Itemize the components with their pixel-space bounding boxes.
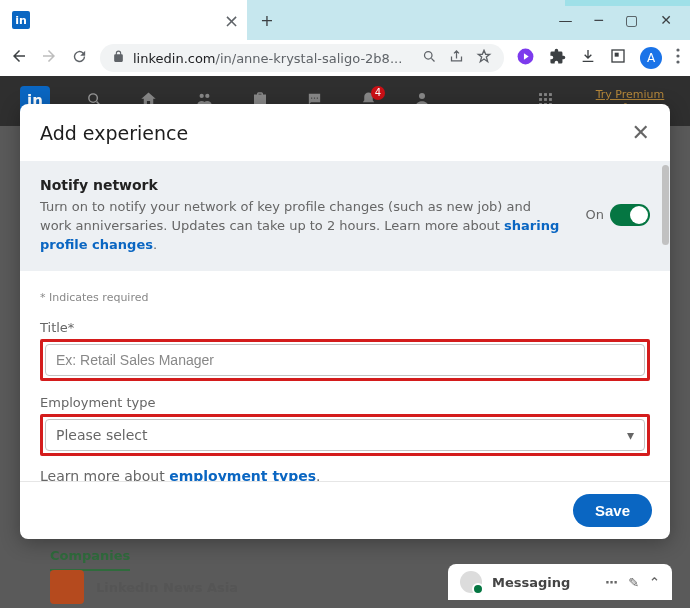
window-close-icon[interactable]: ✕ (660, 12, 672, 28)
toggle-label: On (586, 207, 604, 222)
employment-type-label: Employment type (40, 395, 650, 410)
new-tab-button[interactable]: + (247, 11, 287, 30)
lock-icon (112, 50, 125, 66)
svg-point-0 (425, 52, 433, 60)
svg-point-6 (676, 54, 679, 57)
svg-line-1 (431, 58, 434, 61)
modal-scrollbar[interactable] (660, 161, 670, 421)
profile-avatar-icon[interactable]: A (640, 47, 662, 69)
chevron-down-icon: ▾ (627, 427, 634, 443)
chevron-up-icon[interactable]: ⌃ (649, 575, 660, 590)
close-icon[interactable]: ✕ (632, 120, 650, 145)
forward-icon (40, 47, 58, 69)
browser-toolbar: linkedin.com/in/anne-krystal-saligo-2b8.… (0, 40, 690, 76)
svg-rect-16 (539, 93, 542, 96)
employment-type-placeholder: Please select (56, 427, 147, 443)
svg-rect-20 (544, 98, 547, 101)
notify-body: Turn on to notify your network of key pr… (40, 199, 559, 252)
news-title: LinkedIn News Asia (96, 580, 238, 595)
bookmark-star-icon[interactable] (476, 49, 492, 68)
tab-view-icon[interactable] (610, 48, 626, 68)
tab-close-icon[interactable]: × (224, 10, 239, 31)
window-titlebar: in × + — ─ ▢ ✕ (0, 0, 690, 40)
address-bar[interactable]: linkedin.com/in/anne-krystal-saligo-2b8.… (100, 44, 504, 72)
linkedin-favicon: in (12, 11, 30, 29)
employment-type-select[interactable]: Please select ▾ (45, 419, 645, 451)
svg-rect-19 (539, 98, 542, 101)
svg-point-11 (205, 93, 209, 97)
svg-point-14 (317, 97, 318, 98)
ellipsis-icon[interactable]: ⋯ (605, 575, 618, 590)
employment-types-link[interactable]: employment types (169, 468, 316, 481)
extension-play-icon[interactable] (516, 47, 535, 70)
maximize-icon[interactable]: ▢ (625, 12, 638, 28)
messaging-bar[interactable]: Messaging ⋯ ✎ ⌃ (448, 564, 672, 600)
svg-point-15 (419, 93, 425, 99)
svg-point-10 (200, 93, 204, 97)
modal-title: Add experience (40, 122, 188, 144)
svg-point-8 (89, 93, 98, 102)
downloads-icon[interactable] (580, 48, 596, 68)
kebab-menu-icon[interactable] (676, 48, 680, 68)
svg-point-5 (676, 48, 679, 51)
svg-point-13 (314, 97, 315, 98)
minimize-icon[interactable]: ─ (595, 12, 603, 28)
extensions-puzzle-icon[interactable] (549, 48, 566, 69)
svg-point-12 (311, 97, 312, 98)
title-input[interactable] (45, 344, 645, 376)
save-button[interactable]: Save (573, 494, 652, 527)
notify-toggle[interactable] (610, 204, 650, 226)
extra-dash-icon: — (559, 12, 573, 28)
notify-network-box: Notify network Turn on to notify your ne… (20, 161, 670, 271)
learn-more-text: Learn more about employment types. (40, 468, 650, 481)
news-logo-icon (50, 570, 84, 604)
svg-rect-21 (549, 98, 552, 101)
browser-tab[interactable]: in × (0, 0, 247, 40)
svg-rect-4 (615, 53, 619, 57)
reload-icon[interactable] (70, 48, 88, 69)
svg-rect-17 (544, 93, 547, 96)
add-experience-modal: Add experience ✕ Notify network Turn on … (20, 104, 670, 539)
title-highlight (40, 339, 650, 381)
notif-badge: 4 (371, 86, 385, 100)
news-row[interactable]: LinkedIn News Asia (50, 570, 238, 604)
messaging-label: Messaging (492, 575, 570, 590)
svg-rect-18 (549, 93, 552, 96)
background-content: Companies LinkedIn News Asia Messaging ⋯… (0, 528, 690, 608)
back-icon[interactable] (10, 47, 28, 69)
compose-icon[interactable]: ✎ (628, 575, 639, 590)
share-icon[interactable] (449, 49, 464, 67)
scrollbar-thumb[interactable] (662, 165, 669, 245)
messaging-avatar-icon (460, 571, 482, 593)
notify-heading: Notify network (40, 175, 566, 195)
companies-tab[interactable]: Companies (50, 548, 130, 571)
required-note: * Indicates required (40, 291, 650, 304)
title-label: Title* (40, 320, 650, 335)
svg-point-7 (676, 60, 679, 63)
url-text: linkedin.com/in/anne-krystal-saligo-2b8.… (133, 51, 402, 66)
zoom-icon[interactable] (422, 49, 437, 67)
employment-type-highlight: Please select ▾ (40, 414, 650, 456)
